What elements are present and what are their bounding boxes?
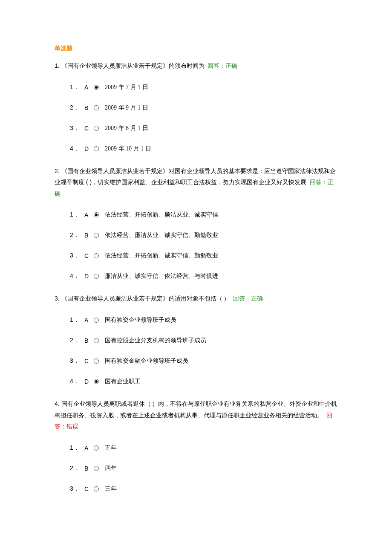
options-list: 1． A 2009 年 7 月 1 日 2． B 2009 年 9 月 1 日 … — [55, 84, 337, 153]
q-num: 3. — [55, 295, 60, 302]
opt-letter: B — [84, 232, 94, 239]
opt-letter: C — [84, 486, 94, 492]
opt-text: 2009 年 9 月 1 日 — [105, 104, 148, 112]
option-row: 2． B 国有控股企业分支机构的领导班子成员 — [70, 337, 337, 344]
q-body: 《国有企业领导人员廉洁从业若干规定》对国有企业领导人员的基本要求是：应当遵守国家… — [55, 168, 336, 186]
radio-icon[interactable] — [94, 486, 99, 491]
option-row: 3． C 依法经营、开拓创新、诚实守信、勤勉敬业 — [70, 252, 337, 260]
opt-text: 国有独资金融企业领导班子成员 — [105, 357, 188, 365]
opt-num: 3． — [70, 485, 84, 493]
opt-num: 2． — [70, 337, 84, 344]
option-row: 3． C 国有独资金融企业领导班子成员 — [70, 357, 337, 365]
radio-icon[interactable] — [94, 212, 99, 217]
opt-letter: C — [84, 358, 94, 364]
opt-text: 四年 — [105, 465, 117, 472]
opt-num: 1． — [70, 84, 84, 91]
opt-num: 1． — [70, 316, 84, 324]
options-list: 1． A 五年 2． B 四年 3． C 三年 — [55, 444, 337, 493]
opt-num: 3． — [70, 252, 84, 260]
q-body: 国有企业领导人员离职或者退休（ ）内，不得在与原任职企业有业务关系的私营企业、外… — [55, 400, 337, 419]
opt-letter: B — [84, 337, 94, 344]
options-list: 1． A 国有独资企业领导班子成员 2． B 国有控股企业分支机构的领导班子成员… — [55, 316, 337, 385]
opt-letter: D — [84, 378, 94, 385]
opt-letter: B — [84, 104, 94, 111]
option-row: 2． B 依法经营、廉洁从业、诚实守信、勤勉敬业 — [70, 231, 337, 239]
opt-num: 4． — [70, 378, 84, 385]
opt-text: 2009 年 7 月 1 日 — [105, 84, 148, 91]
opt-letter: D — [84, 273, 94, 280]
option-row: 3． C 2009 年 8 月 1 日 — [70, 124, 337, 132]
radio-icon[interactable] — [94, 146, 99, 151]
radio-icon[interactable] — [94, 318, 99, 323]
q-num: 4. — [55, 400, 60, 407]
radio-icon[interactable] — [94, 338, 99, 343]
opt-text: 五年 — [105, 444, 117, 452]
q-body: 《国有企业领导人员廉洁从业若干规定》的适用对象不包括（ ） — [61, 295, 230, 302]
radio-icon[interactable] — [94, 466, 99, 471]
opt-letter: A — [84, 211, 94, 218]
option-row: 3． C 三年 — [70, 485, 337, 493]
answer-feedback: 回答：正确 — [233, 295, 263, 302]
option-row: 1． A 依法经营、开拓创新、廉洁从业、诚实守信 — [70, 211, 337, 219]
opt-num: 1． — [70, 444, 84, 452]
options-list: 1． A 依法经营、开拓创新、廉洁从业、诚实守信 2． B 依法经营、廉洁从业、… — [55, 211, 337, 280]
q-num: 1. — [55, 62, 60, 69]
opt-text: 国有独资企业领导班子成员 — [105, 316, 176, 324]
radio-icon[interactable] — [94, 105, 99, 110]
opt-num: 2． — [70, 231, 84, 239]
option-row: 4． D 2009 年 10 月 1 日 — [70, 145, 337, 153]
opt-text: 依法经营、开拓创新、廉洁从业、诚实守信 — [105, 211, 218, 219]
opt-text: 2009 年 10 月 1 日 — [105, 145, 151, 153]
radio-icon[interactable] — [94, 253, 99, 258]
opt-letter: B — [84, 465, 94, 472]
q-num: 2. — [55, 168, 60, 174]
opt-letter: A — [84, 317, 94, 324]
opt-text: 廉洁从业、诚实守信、依法经营、与时俱进 — [105, 272, 218, 280]
q-body: 《国有企业领导人员廉洁从业若干规定》的颁布时间为 — [61, 62, 205, 69]
opt-text: 依法经营、廉洁从业、诚实守信、勤勉敬业 — [105, 231, 218, 239]
opt-num: 4． — [70, 272, 84, 280]
radio-icon[interactable] — [94, 274, 99, 279]
opt-text: 三年 — [105, 485, 117, 493]
opt-letter: C — [84, 252, 94, 259]
answer-feedback: 回答：正确 — [208, 62, 237, 69]
opt-text: 国有控股企业分支机构的领导班子成员 — [105, 337, 206, 344]
radio-icon[interactable] — [94, 126, 99, 131]
option-row: 4． D 国有企业职工 — [70, 378, 337, 385]
option-row: 1． A 五年 — [70, 444, 337, 452]
radio-icon[interactable] — [94, 233, 99, 238]
option-row: 1． A 国有独资企业领导班子成员 — [70, 316, 337, 324]
question-1: 1. 《国有企业领导人员廉洁从业若干规定》的颁布时间为 回答：正确 1． A 2… — [55, 60, 337, 153]
question-4-text: 4. 国有企业领导人员离职或者退休（ ）内，不得在与原任职企业有业务关系的私营企… — [55, 398, 337, 432]
question-2-text: 2. 《国有企业领导人员廉洁从业若干规定》对国有企业领导人员的基本要求是：应当遵… — [55, 165, 337, 199]
option-row: 2． B 2009 年 9 月 1 日 — [70, 104, 337, 112]
question-2: 2. 《国有企业领导人员廉洁从业若干规定》对国有企业领导人员的基本要求是：应当遵… — [55, 165, 337, 280]
opt-letter: C — [84, 125, 94, 132]
radio-icon[interactable] — [94, 85, 99, 90]
question-3-text: 3. 《国有企业领导人员廉洁从业若干规定》的适用对象不包括（ ） 回答：正确 — [55, 293, 337, 304]
opt-text: 2009 年 8 月 1 日 — [105, 124, 148, 132]
opt-letter: A — [84, 84, 94, 91]
question-3: 3. 《国有企业领导人员廉洁从业若干规定》的适用对象不包括（ ） 回答：正确 1… — [55, 293, 337, 385]
opt-num: 2． — [70, 104, 84, 112]
opt-num: 2． — [70, 465, 84, 472]
opt-num: 1． — [70, 211, 84, 219]
question-4: 4. 国有企业领导人员离职或者退休（ ）内，不得在与原任职企业有业务关系的私营企… — [55, 398, 337, 493]
option-row: 1． A 2009 年 7 月 1 日 — [70, 84, 337, 91]
opt-text: 依法经营、开拓创新、诚实守信、勤勉敬业 — [105, 252, 218, 260]
radio-icon[interactable] — [94, 379, 99, 384]
opt-num: 4． — [70, 145, 84, 153]
opt-num: 3． — [70, 124, 84, 132]
question-1-text: 1. 《国有企业领导人员廉洁从业若干规定》的颁布时间为 回答：正确 — [55, 60, 337, 72]
opt-text: 国有企业职工 — [105, 378, 141, 385]
option-row: 2． B 四年 — [70, 465, 337, 472]
radio-icon[interactable] — [94, 445, 99, 451]
opt-num: 3． — [70, 357, 84, 365]
opt-letter: A — [84, 445, 94, 451]
opt-letter: D — [84, 145, 94, 152]
option-row: 4． D 廉洁从业、诚实守信、依法经营、与时俱进 — [70, 272, 337, 280]
radio-icon[interactable] — [94, 358, 99, 364]
section-title: 单选题 — [55, 45, 337, 52]
